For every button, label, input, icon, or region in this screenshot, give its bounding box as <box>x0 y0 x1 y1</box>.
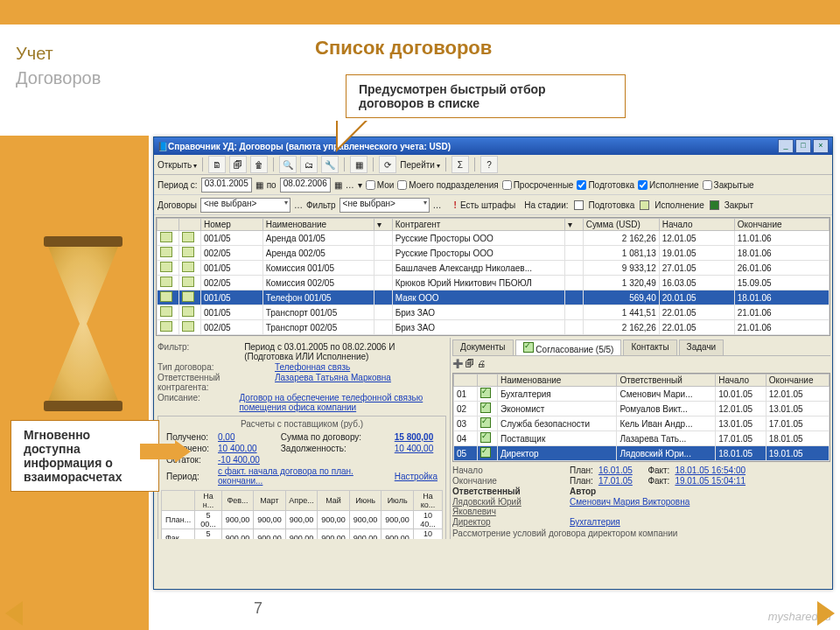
paid-link[interactable]: 10 400,00 <box>214 444 276 453</box>
table-row[interactable]: 002/05Комиссия 002/05Крюков Юрий Никитов… <box>158 276 830 290</box>
filter-row-1: Период с: 03.01.2005 ▦ по 08.02.2006 ▦ …… <box>154 175 832 195</box>
tab-contacts[interactable]: Контакты <box>623 340 676 355</box>
pl-start-plan[interactable]: 16.01.05 <box>598 466 633 475</box>
app-window: 📘 Справочник УД: Договоры (валюта управл… <box>153 136 833 590</box>
tab-tasks[interactable]: Задачи <box>679 340 724 355</box>
approval-row[interactable]: 05ДиректорЛядовский Юри...18.01.0519.01.… <box>454 446 830 461</box>
tb-icon-3[interactable]: 🗑 <box>250 156 268 173</box>
callout-balance: Мгновенно доступна информация о взаимора… <box>10 420 159 492</box>
window-maximize-button[interactable]: □ <box>795 139 811 153</box>
calc-period-link[interactable]: с факт. начала договора по план. окончан… <box>214 466 389 486</box>
dl-type-link[interactable]: Телефонная связь <box>275 362 350 372</box>
period-to-cal-icon[interactable]: ▦ <box>334 180 342 190</box>
callout-arrow-icon <box>140 444 175 459</box>
contracts-grid[interactable]: Номер Наименование ▾ Контрагент ▾ Сумма … <box>156 217 830 336</box>
debt-link[interactable]: 10 400,00 <box>391 444 441 453</box>
col-sum: Сумма (USD) <box>583 219 659 231</box>
table-row[interactable]: 001/05Комиссия 001/05Башлачев Александр … <box>158 261 830 276</box>
filter-select[interactable]: <не выбран> <box>340 198 430 213</box>
pl-end-plan[interactable]: 17.01.05 <box>598 476 633 486</box>
sigma-icon[interactable]: Σ <box>452 156 469 173</box>
goto-menu[interactable]: Перейти <box>400 160 440 170</box>
filter-label: Фильтр <box>306 200 336 210</box>
approval-row[interactable]: 04ПоставщикЛазарева Тать...17.01.0518.01… <box>454 431 830 446</box>
open-menu[interactable]: Открыть <box>158 160 197 170</box>
col-cp: Контрагент <box>392 219 564 231</box>
chk-prep[interactable]: Подготовка <box>577 180 634 190</box>
table-row[interactable]: 001/05Транспорт 001/05Бриз ЗАО1 441,5122… <box>158 305 830 320</box>
period-clear-button[interactable]: ▾ <box>358 180 362 190</box>
period-to-label: по <box>267 180 276 190</box>
tb-icon-1[interactable]: 🗎 <box>208 156 226 173</box>
approval-row[interactable]: 03Служба безопасностиКель Иван Андр...13… <box>454 416 830 431</box>
pl-resp-hd: Ответственный <box>452 486 564 496</box>
penalty-label: Есть штрафы <box>460 200 515 210</box>
tune-link[interactable]: Настройка <box>395 472 438 481</box>
period-more-button[interactable]: … <box>346 180 354 190</box>
pl-resp-link[interactable]: Лядовский Юрий Яковлевич <box>452 497 564 516</box>
table-row[interactable]: 002/05Аренда 002/05Русские Просторы ООО1… <box>158 246 830 261</box>
window-close-button[interactable]: × <box>813 139 829 153</box>
legend-closed-icon <box>710 200 719 210</box>
period-to-input[interactable]: 08.02.2006 <box>280 178 331 192</box>
tb-icon-2[interactable]: 🗐 <box>229 156 247 173</box>
sumc-link[interactable]: 15 800,00 <box>391 432 441 442</box>
dl-desc-label: Описание: <box>158 393 234 412</box>
chk-closed[interactable]: Закрытые <box>703 180 754 190</box>
tb-icon-4[interactable]: 🔍 <box>279 156 297 173</box>
period-from-cal-icon[interactable]: ▦ <box>256 180 263 190</box>
detail-panel-right: Документы Согласование (5/5) Контакты За… <box>451 338 832 539</box>
window-minimize-button[interactable]: _ <box>778 139 794 153</box>
tb-icon-6[interactable]: 🔧 <box>321 156 339 173</box>
toolbar-main: Открыть 🗎 🗐 🗑 🔍 🗂 🔧 ▦ ⟳ Перейти Σ ? <box>154 155 832 175</box>
contracts-pick-button[interactable]: … <box>294 200 303 210</box>
period-from-input[interactable]: 03.01.2005 <box>201 178 252 192</box>
chk-dept[interactable]: Моего подразделения <box>397 180 498 190</box>
table-row[interactable]: 001/05Телефон 001/05Маяк ООО569,4020.01.… <box>158 290 830 305</box>
help-icon[interactable]: ? <box>480 156 498 173</box>
window-title: Справочник УД: Договоры (валюта управлен… <box>168 142 776 151</box>
sub-btn-2[interactable]: 🗐 <box>466 359 474 368</box>
contracts-select[interactable]: <не выбран> <box>200 198 290 213</box>
pl-dir-link[interactable]: Директор <box>452 517 564 527</box>
pl-start-label: Начало <box>452 466 564 475</box>
dl-filter-value: Период с 03.01.2005 по 08.02.2006 И (Под… <box>244 342 446 361</box>
detail-panel-left: Фильтр:Период с 03.01.2005 по 08.02.2006… <box>154 338 451 539</box>
table-row[interactable]: 002/05Транспорт 002/05Бриз ЗАО2 162,2622… <box>158 320 830 335</box>
stage-label: На стадии: <box>524 200 568 210</box>
pl-buh-link[interactable]: Бухгалтерия <box>570 517 620 527</box>
tab-documents[interactable]: Документы <box>452 340 514 355</box>
filter-pick-button[interactable]: … <box>433 200 442 210</box>
dl-resp-link[interactable]: Лазарева Татьяна Марковна <box>275 373 391 392</box>
window-titlebar: 📘 Справочник УД: Договоры (валюта управл… <box>154 137 832 155</box>
filter-row-2: Договоры <не выбран> … Фильтр <не выбран… <box>154 195 832 215</box>
chk-overdue[interactable]: Просроченные <box>502 180 574 190</box>
approval-grid[interactable]: Наименование Ответственный Начало Оконча… <box>452 373 830 462</box>
recv-link[interactable]: 0,00 <box>214 432 276 442</box>
dl-desc-link[interactable]: Договор на обеспечение телефонной связью… <box>239 393 446 412</box>
settlement-box: Расчеты с поставщиком (руб.) Получено:0,… <box>158 416 446 539</box>
pl-auth-link[interactable]: Сменович Мария Викторовна <box>570 497 690 516</box>
pl-start-fact[interactable]: 18.01.05 16:54:00 <box>675 466 746 475</box>
tab-approval[interactable]: Согласование (5/5) <box>515 340 622 355</box>
months-grid[interactable]: На н...Фев...МартАпре...МайИюньИюльНа ко… <box>161 490 443 539</box>
sub-btn-3[interactable]: 🖨 <box>477 359 486 368</box>
tabs: Документы Согласование (5/5) Контакты За… <box>452 340 830 356</box>
rest-link[interactable]: -10 400,00 <box>214 455 276 465</box>
next-slide-button[interactable] <box>817 601 835 626</box>
approval-row[interactable]: 01БухгалтерияСменович Мари...10.01.0512.… <box>454 387 830 402</box>
table-row[interactable]: 001/05Аренда 001/05Русские Просторы ООО2… <box>158 231 830 246</box>
col-num: Номер <box>201 219 263 231</box>
tb-icon-5[interactable]: 🗂 <box>300 156 318 173</box>
tb-icon-7[interactable]: ▦ <box>350 156 368 173</box>
sub-btn-1[interactable]: ➕ <box>452 359 463 368</box>
pl-end-fact[interactable]: 19.01.05 15:04:11 <box>675 476 746 486</box>
hourglass-image <box>18 236 149 411</box>
approval-row[interactable]: 02ЭкономистРомуалов Викт...12.01.0513.01… <box>454 402 830 416</box>
refresh-icon[interactable]: ⟳ <box>379 156 396 173</box>
prev-slide-button[interactable] <box>5 601 23 626</box>
chk-mine[interactable]: Мои <box>366 180 395 190</box>
chk-exec[interactable]: Исполнение <box>638 180 699 190</box>
pl-end-label: Окончание <box>452 476 564 486</box>
tab-check-icon <box>523 342 534 353</box>
